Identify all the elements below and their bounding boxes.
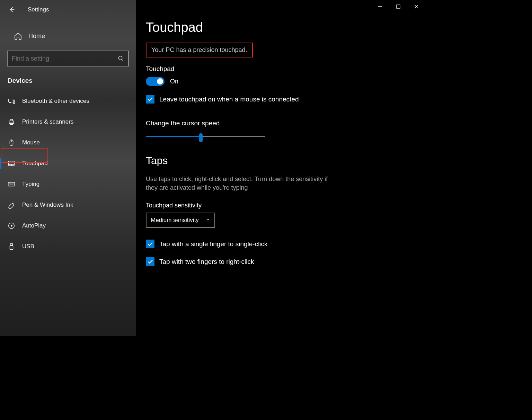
keyboard-icon [8, 180, 15, 188]
svg-rect-13 [8, 182, 15, 186]
titlebar-left: Settings [0, 2, 136, 17]
svg-point-3 [9, 102, 10, 103]
svg-rect-15 [10, 244, 12, 246]
svg-point-0 [118, 56, 122, 60]
sidebar-item-label: AutoPlay [22, 222, 46, 229]
sensitivity-value: Medium sensitivity [151, 217, 199, 224]
sidebar-item-touchpad[interactable]: Touchpad [0, 153, 136, 174]
sensitivity-dropdown[interactable]: Medium sensitivity [146, 213, 215, 228]
touchpad-toggle-state: On [170, 78, 178, 85]
autoplay-icon [8, 222, 15, 230]
bluetooth-icon [8, 97, 15, 105]
search-icon [118, 55, 124, 62]
sidebar-item-printers[interactable]: Printers & scanners [0, 111, 136, 132]
cursor-speed-slider[interactable] [146, 133, 265, 141]
sidebar-item-label: Pen & Windows Ink [22, 202, 73, 208]
sidebar-item-typing[interactable]: Typing [0, 174, 136, 195]
svg-rect-1 [9, 99, 13, 102]
leave-on-label: Leave touchpad on when a mouse is connec… [159, 96, 299, 103]
touchpad-toggle[interactable] [146, 77, 165, 86]
sidebar-home-label: Home [28, 33, 45, 40]
sidebar-item-label: Touchpad [22, 160, 48, 167]
tap-two-checkbox[interactable] [146, 257, 154, 266]
svg-rect-16 [10, 245, 13, 249]
mouse-icon [8, 139, 15, 146]
app-title: Settings [28, 6, 49, 13]
sidebar-nav: Bluetooth & other devices Printers & sca… [0, 91, 136, 257]
sensitivity-label: Touchpad sensitivity [146, 202, 425, 209]
sidebar-section-label: Devices [8, 77, 136, 84]
search-input[interactable] [12, 55, 118, 62]
touchpad-icon [8, 160, 15, 167]
sidebar-item-usb[interactable]: USB [0, 236, 136, 257]
sidebar-item-label: Printers & scanners [22, 118, 73, 125]
usb-icon [8, 243, 15, 250]
svg-rect-5 [9, 121, 14, 123]
sidebar-item-mouse[interactable]: Mouse [0, 132, 136, 153]
pen-icon [8, 201, 15, 209]
sidebar-item-label: Bluetooth & other devices [22, 98, 89, 105]
sidebar: Settings Home Devices Bluetooth & oth [0, 0, 136, 336]
sidebar-item-pen[interactable]: Pen & Windows Ink [0, 195, 136, 215]
minimize-button[interactable] [371, 0, 389, 13]
taps-heading: Taps [146, 155, 425, 167]
settings-window: Settings Home Devices Bluetooth & oth [0, 0, 425, 336]
sidebar-item-label: Mouse [22, 139, 40, 146]
window-controls [371, 0, 425, 13]
maximize-button[interactable] [389, 0, 407, 13]
svg-rect-2 [14, 100, 15, 104]
sidebar-item-autoplay[interactable]: AutoPlay [0, 215, 136, 236]
sidebar-home[interactable]: Home [0, 26, 136, 46]
touchpad-toggle-label: Touchpad [146, 65, 425, 73]
back-button[interactable] [6, 4, 17, 15]
chevron-down-icon [205, 217, 210, 224]
sidebar-item-label: USB [22, 243, 34, 250]
printer-icon [8, 118, 15, 126]
tap-two-label: Tap with two fingers to right-click [159, 258, 254, 266]
taps-description: Use taps to click, right-click and selec… [146, 175, 333, 192]
svg-rect-6 [10, 119, 12, 121]
tap-single-label: Tap with a single finger to single-click [159, 240, 268, 248]
sidebar-item-bluetooth[interactable]: Bluetooth & other devices [0, 91, 136, 111]
home-icon [14, 32, 22, 40]
cursor-speed-label: Change the cursor speed [146, 119, 425, 127]
main-panel: Touchpad Your PC has a precision touchpa… [136, 0, 425, 336]
tap-single-checkbox[interactable] [146, 240, 154, 248]
precision-touchpad-message: Your PC has a precision touchpad. [146, 43, 253, 57]
page-title: Touchpad [146, 20, 425, 35]
svg-rect-20 [397, 5, 400, 8]
close-button[interactable] [407, 0, 425, 13]
sidebar-item-label: Typing [22, 181, 39, 188]
search-input-wrap[interactable] [7, 51, 129, 66]
svg-point-4 [10, 102, 11, 103]
leave-on-checkbox[interactable] [146, 95, 154, 104]
